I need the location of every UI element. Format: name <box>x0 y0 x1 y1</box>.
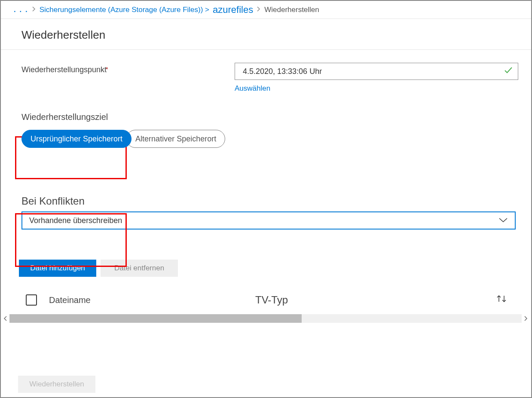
scroll-track[interactable] <box>9 314 522 323</box>
breadcrumb-current: Wiederherstellen <box>264 6 319 14</box>
scroll-thumb[interactable] <box>9 314 302 323</box>
checkmark-icon <box>503 65 514 78</box>
restore-destination-toggle: Ursprünglicher Speicherort Alternativer … <box>21 130 518 148</box>
required-star-icon: * <box>106 66 108 73</box>
sort-icon[interactable] <box>496 294 507 306</box>
column-type[interactable]: TV-Typ <box>255 294 496 306</box>
select-restore-point-link[interactable]: Auswählen <box>235 84 270 93</box>
page-title-area: Wiederherstellen <box>1 19 531 50</box>
highlight-conflicts <box>15 213 127 267</box>
page-title: Wiederherstellen <box>21 28 531 42</box>
restore-point-value: 4.5.2020, 13:33:06 Uhr <box>243 67 322 76</box>
breadcrumb-azurefiles[interactable]: azurefiles <box>213 4 253 15</box>
scroll-right-icon[interactable] <box>522 315 530 321</box>
chevron-right-icon <box>32 6 36 14</box>
scroll-left-icon[interactable] <box>1 315 9 321</box>
pill-alternative-location[interactable]: Alternativer Speicherort <box>126 130 225 148</box>
restore-destination-label: Wiederherstellungsziel <box>21 112 518 122</box>
breadcrumb: . . . Sicherungselemente (Azure Storage … <box>1 1 531 19</box>
conflicts-label: Bei Konflikten <box>21 195 518 207</box>
pill-original-location[interactable]: Ursprünglicher Speicherort <box>21 130 131 148</box>
chevron-down-icon <box>498 216 508 225</box>
breadcrumb-backup-items[interactable]: Sicherungselemente (Azure Storage (Azure… <box>40 6 209 14</box>
horizontal-scrollbar[interactable] <box>1 314 530 323</box>
select-all-checkbox[interactable] <box>26 294 37 306</box>
chevron-right-icon <box>257 6 261 14</box>
restore-point-row: Wiederherstellungspunkt* 4.5.2020, 13:33… <box>21 63 518 93</box>
restore-point-label: Wiederherstellungspunkt* <box>21 63 235 74</box>
column-filename[interactable]: Dateiname <box>49 295 255 305</box>
file-table-header: Dateiname TV-Typ <box>21 294 516 306</box>
breadcrumb-ellipsis[interactable]: . . . <box>14 6 28 14</box>
restore-point-input[interactable]: 4.5.2020, 13:33:06 Uhr <box>235 63 518 80</box>
restore-button[interactable]: Wiederherstellen <box>18 376 95 393</box>
